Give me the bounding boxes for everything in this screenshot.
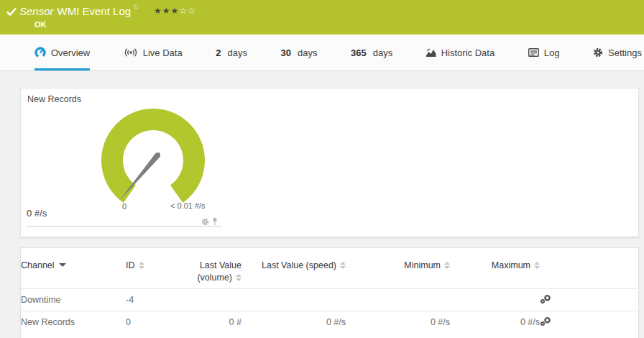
tab-number: 2 — [216, 47, 221, 58]
table-row: Downtime -4 — [21, 288, 640, 311]
sort-icon — [444, 262, 450, 269]
sort-icon — [236, 274, 242, 281]
pin-icon[interactable] — [211, 216, 218, 229]
cell-minimum — [346, 288, 450, 311]
cell-maximum — [450, 288, 540, 311]
gauge-current-value: 0 #/s — [27, 208, 47, 219]
ok-check-icon — [6, 6, 17, 19]
tab-historic-data[interactable]: Historic Data — [426, 35, 494, 70]
tab-number: 30 — [281, 47, 291, 58]
cell-channel[interactable]: Downtime — [21, 288, 126, 311]
tab-label: Settings — [608, 47, 642, 58]
cell-id: 0 — [126, 311, 183, 333]
gauge-panel: New Records 0 < 0.01 #/s 0 #/s — [20, 88, 639, 237]
tab-2-days[interactable]: 2 days — [216, 35, 247, 70]
sort-icon — [340, 262, 346, 269]
priority-stars-empty: ☆☆ — [179, 6, 196, 16]
sensor-name: WMI Event Log — [58, 5, 132, 17]
tab-label: Live Data — [143, 47, 183, 58]
gauge-footer-divider — [26, 226, 222, 227]
tab-label: days — [373, 47, 392, 58]
cell-last-value-speed: 0 #/s — [242, 311, 346, 333]
priority-stars[interactable]: ★★★☆☆ — [154, 6, 196, 16]
channel-table-panel: Channel ID Last Value (volume) Last Valu… — [20, 247, 639, 338]
broadcast-icon — [124, 47, 138, 58]
cell-last-value-volume: 0 # — [183, 311, 242, 333]
tab-live-data[interactable]: Live Data — [124, 35, 183, 70]
gauge-chart — [96, 103, 211, 218]
gauge-scale-max-label: < 0.01 #/s — [170, 201, 206, 210]
cell-id: -4 — [126, 288, 183, 311]
column-header-last-value-speed[interactable]: Last Value (speed) — [242, 248, 346, 288]
cell-channel[interactable]: New Records — [21, 311, 126, 333]
channel-settings-gears-icon[interactable] — [540, 288, 640, 311]
cell-last-value-volume — [183, 288, 242, 311]
sensor-status-header: SensorWMI Event Log⚐★★★☆☆ OK — [0, 0, 644, 35]
chart-icon — [426, 48, 436, 58]
priority-stars-filled: ★★★ — [154, 6, 179, 16]
table-row: New Records 0 0 # 0 #/s 0 #/s 0 #/s — [21, 311, 640, 333]
tab-settings[interactable]: Settings — [593, 35, 642, 70]
gauge-toolbar — [201, 216, 218, 229]
log-icon — [528, 48, 539, 57]
tab-overview[interactable]: Overview — [34, 35, 90, 70]
column-header-id[interactable]: ID — [126, 248, 183, 288]
column-header-maximum[interactable]: Maximum — [450, 248, 540, 288]
channel-settings-gears-icon[interactable] — [540, 311, 640, 333]
sensor-tab-bar: Overview Live Data 2 days 30 days 365 — [0, 35, 644, 71]
sensor-page: SensorWMI Event Log⚐★★★☆☆ OK Overview — [0, 0, 644, 338]
gear-icon[interactable] — [201, 216, 209, 229]
flag-icon[interactable]: ⚐ — [133, 4, 139, 12]
column-header-channel[interactable]: Channel — [21, 248, 126, 288]
tab-label: Overview — [51, 47, 90, 58]
cell-maximum: 0 #/s — [450, 311, 540, 333]
table-header-row: Channel ID Last Value (volume) Last Valu… — [21, 248, 640, 288]
gauge-panel-title: New Records — [27, 94, 81, 104]
channel-table: Channel ID Last Value (volume) Last Valu… — [21, 248, 640, 333]
tab-number: 365 — [351, 47, 367, 58]
tab-label: Log — [544, 47, 560, 58]
page-title: SensorWMI Event Log⚐★★★☆☆ — [19, 4, 196, 17]
cell-last-value-speed — [242, 288, 346, 311]
gear-icon — [593, 47, 603, 58]
gauge-scale-min-label: 0 — [110, 202, 139, 211]
gauge-icon — [34, 47, 46, 58]
cell-minimum: 0 #/s — [346, 311, 450, 333]
tab-365-days[interactable]: 365 days — [351, 35, 392, 70]
sort-desc-icon — [59, 263, 66, 267]
column-header-minimum[interactable]: Minimum — [346, 248, 450, 288]
column-header-last-value-volume[interactable]: Last Value (volume) — [183, 248, 242, 288]
sort-icon — [139, 262, 144, 269]
status-badge: OK — [34, 20, 47, 29]
tab-label: days — [298, 47, 317, 58]
tab-label: Historic Data — [441, 47, 494, 58]
tab-log[interactable]: Log — [528, 35, 560, 70]
tab-label: days — [227, 47, 247, 58]
tab-30-days[interactable]: 30 days — [281, 35, 318, 70]
object-kind-label: Sensor — [19, 5, 54, 17]
sort-icon — [534, 262, 540, 269]
